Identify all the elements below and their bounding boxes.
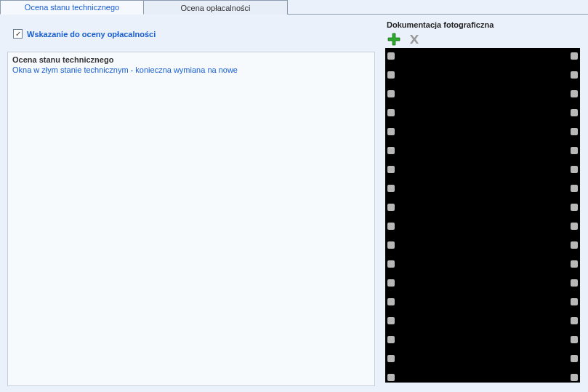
documentation-toolbar: [387, 32, 584, 47]
tab-label: Ocena stanu technicznego: [25, 3, 119, 12]
profitability-indication-checkbox[interactable]: ✓: [13, 29, 23, 39]
plus-icon: [387, 33, 400, 46]
delete-photo-button[interactable]: [407, 32, 422, 47]
filmstrip-viewer[interactable]: [385, 48, 580, 383]
profitability-indication-row: ✓ Wskazanie do oceny opłacalności: [13, 29, 375, 39]
technical-assessment-box: Ocena stanu technicznego Okna w złym sta…: [7, 52, 375, 386]
tab-technical-assessment[interactable]: Ocena stanu technicznego: [0, 0, 144, 15]
assessment-title: Ocena stanu technicznego: [8, 52, 374, 65]
x-icon: [408, 33, 421, 46]
tab-label: Ocena opłacalności: [180, 4, 250, 12]
assessment-text[interactable]: Okna w złym stanie technicznym - koniecz…: [8, 65, 374, 79]
tab-row-spacer: [288, 0, 588, 15]
left-panel: ✓ Wskazanie do oceny opłacalności Ocena …: [0, 15, 381, 392]
filmstrip-perforations-right: [568, 48, 580, 383]
right-panel: Dokumentacja fotograficzna: [381, 15, 588, 392]
content-area: ✓ Wskazanie do oceny opłacalności Ocena …: [0, 15, 588, 392]
add-photo-button[interactable]: [387, 32, 401, 47]
checkmark-icon: ✓: [15, 31, 21, 38]
filmstrip-perforations-left: [385, 48, 397, 383]
tab-bar: Ocena stanu technicznego Ocena opłacalno…: [0, 0, 588, 15]
tab-profitability-assessment[interactable]: Ocena opłacalności: [144, 0, 288, 15]
documentation-title: Dokumentacja fotograficzna: [387, 20, 584, 29]
profitability-indication-label: Wskazanie do oceny opłacalności: [27, 30, 156, 39]
